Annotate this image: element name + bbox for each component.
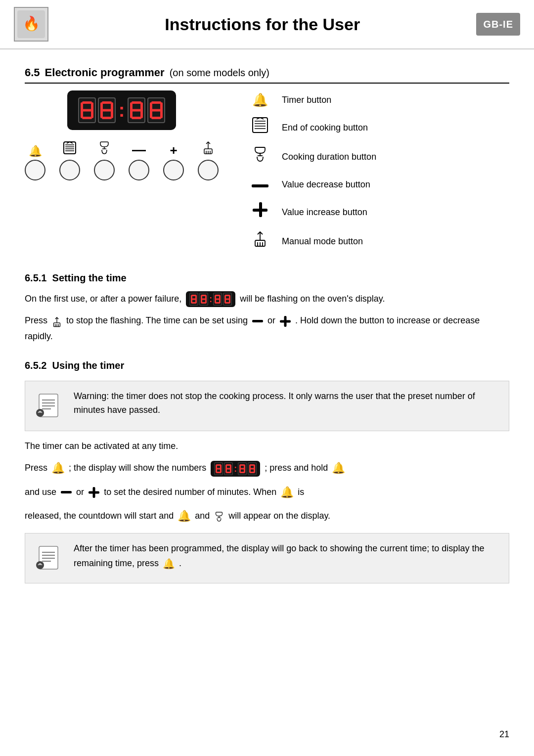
legend-manual-mode: Manual mode button: [248, 230, 376, 253]
inline-td2: [224, 462, 233, 475]
inline-manual-icon: [51, 313, 62, 329]
svg-text:🔥: 🔥: [23, 15, 40, 32]
btn-timer[interactable]: 🔔: [25, 146, 45, 180]
timer-icon: 🔔: [29, 146, 42, 157]
warning-box-1: Warning: the timer does not stop the coo…: [25, 381, 509, 431]
legend-end-cooking-icon: [248, 117, 272, 139]
subsection-652: 6.5.2 Using the timer Warning: the timer…: [25, 358, 509, 584]
subsection-652-title: 6.5.2 Using the timer: [25, 358, 509, 373]
btn-cooking-duration[interactable]: [94, 141, 115, 180]
cooking-duration-icon: [97, 141, 111, 157]
inline-colon-2: :: [234, 464, 237, 473]
svg-rect-21: [252, 184, 268, 187]
legend-value-increase: Value increase button: [248, 201, 376, 223]
btn-timer-circle[interactable]: [25, 160, 45, 180]
svg-point-49: [39, 563, 41, 565]
legend-manual-mode-label: Manual mode button: [282, 235, 363, 248]
btn-manual-mode[interactable]: [198, 141, 219, 180]
para-timer-activated: The timer can be activated at any time.: [25, 439, 509, 454]
locale-badge: GB-IE: [476, 13, 520, 36]
inline-d4: [223, 293, 232, 306]
inline-bell-icon-5: 🔔: [163, 556, 175, 572]
page-header: 🔥 Instructions for the User GB-IE: [0, 0, 534, 49]
btn-minus-circle[interactable]: [129, 160, 149, 180]
svg-rect-14: [253, 118, 267, 133]
main-content: 6.5 Electronic programmer (on some model…: [0, 49, 534, 606]
inline-bell-icon-3: 🔔: [280, 484, 294, 501]
inline-duration-icon: [214, 508, 224, 525]
digit-2: [98, 97, 116, 123]
para-651-2: Press to stop the flashing. The time can…: [25, 313, 509, 344]
page-title: Instructions for the User: [48, 12, 476, 37]
btn-cooking-duration-circle[interactable]: [94, 160, 115, 180]
legend-cooking-duration-label: Cooking duration button: [282, 150, 376, 164]
brand-logo: 🔥: [14, 7, 48, 42]
inline-td4: [248, 462, 257, 475]
digit-group-left: [78, 97, 116, 123]
section-title: Electronic programmer: [45, 64, 165, 81]
inline-plus-2: [89, 487, 99, 498]
para-press-bell: Press 🔔 ; the display will show the numb…: [25, 459, 509, 477]
btn-manual-mode-circle[interactable]: [198, 160, 219, 180]
legend-increase-icon: [248, 201, 272, 223]
legend-increase-label: Value increase button: [282, 206, 367, 219]
warning-box-2: After the timer has been programmed, the…: [25, 533, 509, 583]
minus-icon: —: [132, 143, 146, 157]
inline-minus-2: [61, 491, 72, 493]
inline-bell-icon-1: 🔔: [51, 459, 65, 477]
svg-rect-23: [259, 202, 262, 217]
inline-minus-icon: [252, 320, 263, 322]
digit-1: [78, 97, 96, 123]
legend-timer: 🔔 Timer button: [248, 90, 376, 110]
section-divider: [25, 83, 509, 84]
legend-value-decrease: Value decrease button: [248, 175, 376, 194]
programmer-layout: :: [25, 86, 509, 253]
para-countdown: released, the countdown will start and 🔔…: [25, 507, 509, 525]
legend-manual-mode-icon: [248, 230, 272, 253]
manual-mode-icon: [201, 141, 215, 157]
digital-display: :: [67, 90, 177, 130]
btn-minus[interactable]: —: [129, 143, 149, 180]
btn-end-cooking[interactable]: [59, 141, 80, 180]
section-heading-6-5: 6.5 Electronic programmer (on some model…: [25, 64, 509, 84]
legend-cooking-duration: Cooking duration button: [248, 146, 376, 168]
inline-bell-icon-4: 🔔: [178, 507, 191, 525]
inline-colon: :: [209, 295, 212, 304]
warning-text-1: Warning: the timer does not stop the coo…: [74, 389, 499, 418]
inline-bell-icon-2: 🔔: [332, 459, 345, 477]
plus-icon: +: [170, 144, 177, 157]
inline-td3: [238, 462, 247, 475]
page-number: 21: [499, 728, 509, 741]
legend-timer-label: Timer button: [282, 93, 331, 107]
colon-separator: :: [119, 97, 125, 123]
para-use-minus-plus: and use or to set the desired number of …: [25, 484, 509, 501]
warning-notepad-icon-2: [35, 541, 65, 575]
legend-list: 🔔 Timer button End of cooking button: [248, 90, 376, 253]
btn-end-cooking-circle[interactable]: [59, 160, 80, 180]
control-buttons-row: 🔔: [25, 141, 219, 180]
digit-4: [147, 97, 165, 123]
inline-td1: [214, 462, 223, 475]
legend-cooking-duration-icon: [248, 146, 272, 168]
svg-point-40: [39, 411, 41, 413]
inline-display-timer: :: [211, 461, 260, 477]
warning-notepad-icon-1: [35, 389, 65, 423]
btn-plus-circle[interactable]: [163, 160, 184, 180]
inline-d3: [213, 293, 222, 306]
btn-plus[interactable]: +: [163, 144, 184, 180]
svg-rect-2: [64, 142, 76, 154]
display-panel: :: [25, 90, 219, 253]
subsection-651-title: 6.5.1 Setting the time: [25, 270, 509, 285]
subsection-651: 6.5.1 Setting the time On the first use,…: [25, 270, 509, 344]
inline-d2: [199, 293, 208, 306]
digit-3: [128, 97, 145, 123]
inline-plus-icon: [280, 316, 291, 327]
warning-text-2: After the timer has been programmed, the…: [74, 541, 499, 572]
section-number: 6.5: [25, 64, 40, 81]
end-cooking-icon: [63, 141, 77, 157]
legend-decrease-label: Value decrease button: [282, 178, 370, 191]
inline-d1: [189, 293, 198, 306]
legend-decrease-icon: [248, 175, 272, 194]
legend-end-cooking: End of cooking button: [248, 117, 376, 139]
section-subtitle: (on some models only): [170, 65, 269, 80]
